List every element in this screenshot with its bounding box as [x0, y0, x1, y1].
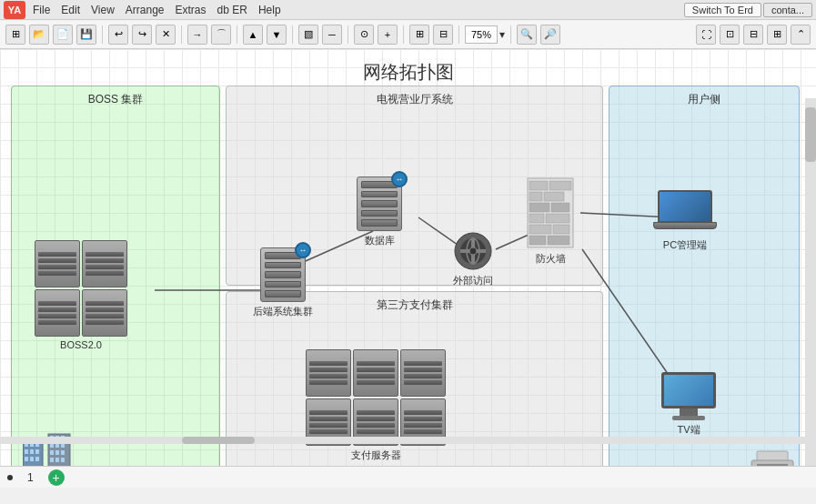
tv-label: TV端 — [677, 423, 700, 437]
new-file-button[interactable]: 📄 — [53, 25, 73, 45]
line-button[interactable]: ─ — [322, 25, 342, 45]
zoom-in-button[interactable]: 🔎 — [540, 25, 560, 45]
svg-rect-42 — [529, 214, 544, 223]
node-tv[interactable]: TV端 — [657, 372, 720, 437]
new-button[interactable]: ⊞ — [5, 25, 25, 45]
svg-rect-46 — [529, 236, 546, 245]
separator-2 — [181, 25, 182, 44]
firewall-label: 防火墙 — [536, 252, 566, 266]
diagram-title: 网络拓扑图 — [363, 60, 454, 85]
boss2-icon — [35, 240, 127, 337]
section-tv-label: 电视营业厅系统 — [377, 92, 453, 107]
section-boss-label: BOSS 集群 — [88, 92, 144, 107]
zoom-input[interactable] — [465, 25, 498, 44]
menu-bar: File Edit View Arrange Extras db ER Help — [33, 4, 684, 16]
redo-button[interactable]: ↪ — [132, 25, 152, 45]
toolbar: ⊞ 📂 📄 💾 ↩ ↪ ✕ → ⌒ ▲ ▼ ▧ ─ ⊙ + ⊞ ⊟ ▾ 🔍 🔎 … — [0, 20, 816, 49]
menu-file[interactable]: File — [33, 4, 50, 16]
svg-rect-37 — [549, 181, 571, 190]
svg-rect-36 — [529, 181, 548, 190]
payment-label: 支付服务器 — [351, 449, 401, 462]
scrollbar-v-thumb[interactable] — [805, 107, 816, 162]
expand-button[interactable]: ⊟ — [743, 25, 763, 45]
svg-point-34 — [469, 247, 477, 255]
scrollbar-horizontal[interactable] — [0, 437, 805, 444]
svg-rect-13 — [25, 457, 28, 461]
grid-toggle[interactable]: ⊟ — [433, 25, 453, 45]
menu-help[interactable]: Help — [258, 4, 281, 16]
menu-edit[interactable]: Edit — [61, 4, 80, 16]
scrollbar-h-thumb[interactable] — [182, 437, 255, 444]
svg-rect-11 — [30, 449, 34, 454]
backend-label: 后端系统集群 — [253, 305, 313, 318]
switch-to-erd-button[interactable]: Switch To Erd — [684, 3, 761, 17]
add-page-button[interactable]: + — [48, 469, 65, 486]
conta-button[interactable]: conta... — [763, 3, 812, 17]
node-external[interactable]: 外部访问 — [453, 231, 493, 287]
pc-label: PC管理端 — [663, 238, 707, 252]
top-bar: YA File Edit View Arrange Extras db ER H… — [0, 0, 816, 20]
database-badge: ↔ — [391, 171, 408, 187]
more-button[interactable]: ⌃ — [791, 25, 811, 45]
zoom-control: ▾ — [465, 25, 505, 44]
svg-rect-25 — [61, 450, 65, 455]
menu-arrange[interactable]: Arrange — [126, 4, 165, 16]
menu-dber[interactable]: db ER — [217, 4, 247, 16]
printer-icon — [750, 449, 795, 466]
pc-icon — [653, 190, 717, 236]
node-boss2[interactable]: BOSS2.0 — [35, 240, 127, 350]
database-label: 数据库 — [365, 234, 395, 247]
fit-button[interactable]: ⊙ — [354, 25, 374, 45]
separator-7 — [458, 25, 459, 44]
menu-view[interactable]: View — [91, 4, 115, 16]
save-button[interactable]: 💾 — [76, 25, 96, 45]
fullscreen-button[interactable]: ⛶ — [696, 25, 716, 45]
svg-rect-50 — [757, 464, 788, 466]
to-back-button[interactable]: ▼ — [267, 25, 287, 45]
arrow-button[interactable]: → — [187, 25, 207, 45]
node-firewall[interactable]: 防火墙 — [526, 176, 575, 266]
svg-rect-47 — [548, 236, 569, 245]
external-label: 外部访问 — [453, 274, 493, 287]
svg-rect-14 — [30, 457, 34, 461]
external-icon — [453, 231, 493, 271]
svg-rect-12 — [35, 449, 39, 454]
node-backend[interactable]: ↔ 后端系统集群 — [253, 247, 313, 318]
open-button[interactable]: 📂 — [29, 25, 49, 45]
status-bar: 1 + — [0, 466, 816, 488]
to-front-button[interactable]: ▲ — [243, 25, 263, 45]
node-building[interactable] — [23, 427, 73, 466]
grid-button[interactable]: ⊞ — [409, 25, 429, 45]
canvas-area[interactable]: 网络拓扑图 BOSS 集群 电视营业厅系统 第三方支付集群 用户侧 — [0, 49, 816, 466]
collapse-button[interactable]: ⊞ — [767, 25, 787, 45]
node-pc[interactable]: PC管理端 — [653, 190, 717, 252]
app-logo: YA — [4, 1, 25, 19]
svg-rect-27 — [55, 458, 59, 462]
node-payment[interactable]: 支付服务器 — [306, 349, 446, 462]
separator-4 — [292, 25, 293, 44]
backend-badge: ↔ — [295, 242, 311, 258]
node-database[interactable]: ↔ 数据库 — [357, 176, 402, 247]
panel-toggle[interactable]: ⊡ — [720, 25, 740, 45]
node-printer[interactable] — [750, 449, 795, 466]
svg-rect-23 — [50, 450, 54, 455]
svg-rect-10 — [25, 449, 28, 454]
svg-rect-24 — [55, 450, 59, 455]
payment-icon — [306, 349, 446, 446]
section-third-label: 第三方支付集群 — [377, 297, 453, 313]
fill-button[interactable]: ▧ — [298, 25, 318, 45]
zoom-dropdown-icon[interactable]: ▾ — [499, 28, 505, 41]
menu-extras[interactable]: Extras — [176, 4, 207, 16]
curve-button[interactable]: ⌒ — [211, 25, 231, 45]
undo-button[interactable]: ↩ — [108, 25, 128, 45]
svg-rect-38 — [529, 192, 542, 201]
zoom-out-button[interactable]: 🔍 — [517, 25, 537, 45]
svg-rect-39 — [544, 192, 564, 201]
separator-1 — [102, 25, 103, 44]
zoom-add-btn[interactable]: + — [378, 25, 398, 45]
svg-rect-43 — [546, 214, 569, 223]
scrollbar-vertical[interactable] — [805, 98, 816, 466]
separator-5 — [348, 25, 348, 44]
delete-button[interactable]: ✕ — [156, 25, 176, 45]
svg-rect-40 — [529, 203, 549, 212]
